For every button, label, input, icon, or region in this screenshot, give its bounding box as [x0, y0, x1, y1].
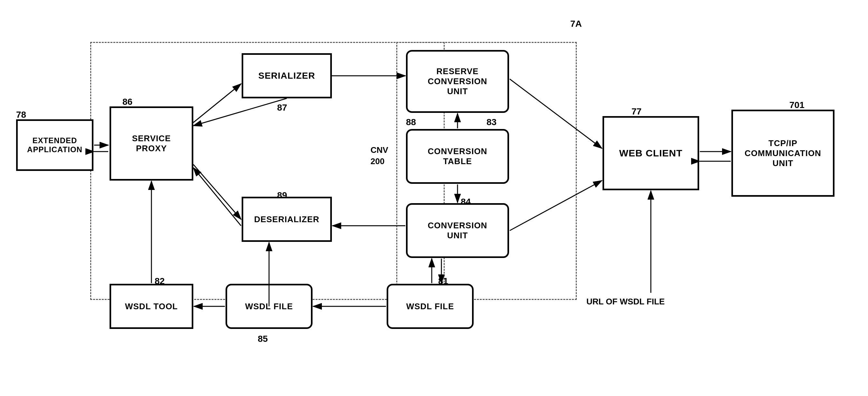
deserializer-box: DESERIALIZER	[242, 197, 332, 242]
ref-86: 86	[122, 97, 132, 107]
ref-78: 78	[16, 110, 26, 120]
label-url: URL OF WSDL FILE	[586, 297, 665, 307]
ref-85: 85	[258, 334, 268, 344]
ref-89: 89	[277, 190, 287, 201]
ref-88: 88	[406, 117, 416, 128]
diagram: 7A CNV 200 URL OF WSDL FILE EXTENDEDAPPL…	[0, 0, 868, 396]
conversion-table-box: CONVERSIONTABLE	[406, 129, 509, 184]
ref-77: 77	[631, 106, 642, 117]
service-proxy-box: SERVICEPROXY	[110, 106, 193, 180]
ref-701: 701	[789, 100, 805, 110]
ref-87: 87	[277, 103, 287, 113]
ref-82: 82	[155, 276, 165, 286]
ref-84: 84	[461, 197, 471, 207]
wsdl-file-mid-box: WSDL FILE	[225, 284, 313, 329]
reserve-conversion-unit-box: RESERVECONVERSIONUNIT	[406, 50, 509, 113]
ref-81: 81	[438, 276, 448, 286]
label-200: 200	[371, 157, 384, 166]
serializer-box: SERIALIZER	[242, 53, 332, 98]
label-7a: 7A	[570, 19, 582, 29]
wsdl-file-right-box: WSDL FILE	[386, 284, 474, 329]
web-client-box: WEB CLIENT	[602, 116, 699, 190]
label-cnv: CNV	[371, 145, 388, 155]
tcp-ip-box: TCP/IPCOMMUNICATIONUNIT	[732, 110, 835, 197]
extended-application-box: EXTENDEDAPPLICATION	[16, 119, 93, 171]
ref-83: 83	[487, 117, 497, 128]
wsdl-tool-box: WSDL TOOL	[110, 284, 193, 329]
conversion-unit-box: CONVERSIONUNIT	[406, 203, 509, 258]
